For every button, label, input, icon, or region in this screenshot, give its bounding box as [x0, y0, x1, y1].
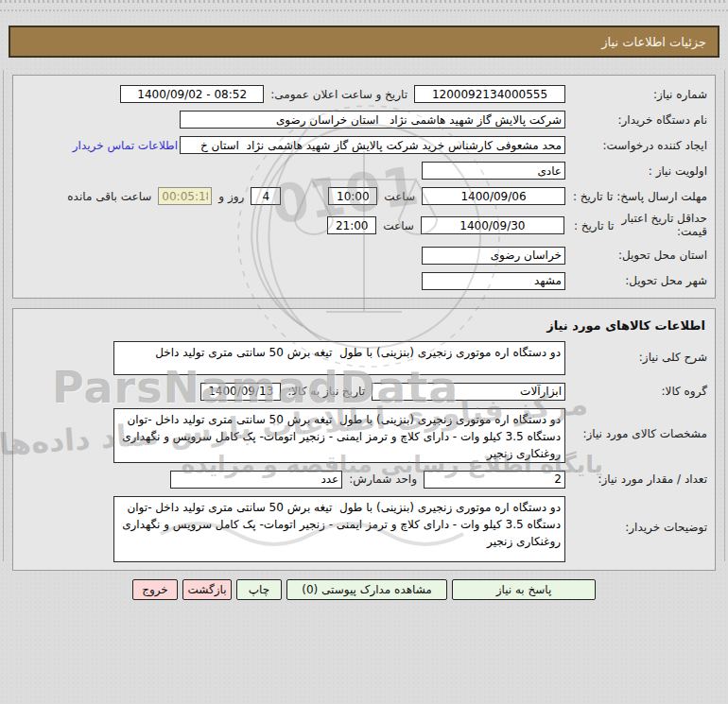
buyer-contact-link[interactable]: اطلاعات تماس خریدار	[73, 139, 178, 152]
delivery-city-label: شهر محل تحویل:	[565, 274, 707, 287]
need-desc-row: شرح کلی نیاز: دو دستگاه اره موتوری زنجیر…	[21, 341, 707, 375]
hours-remaining-label: ساعت باقی مانده	[61, 190, 158, 203]
requester-label: ایجاد کننده درخواست:	[565, 139, 707, 152]
need-desc-label: شرح کلی نیاز:	[565, 341, 707, 364]
need-desc-textarea[interactable]: دو دستگاه اره موتوری زنجیری (بنزینی) با …	[113, 341, 565, 375]
price-validity-label-line2: قیمت:	[621, 226, 707, 239]
page-title-text: جزئیات اطلاعات نیاز	[601, 35, 706, 49]
goods-info-panel: اطلاعات کالاهای مورد نیاز شرح کلی نیاز: …	[12, 308, 716, 571]
requester-input[interactable]	[180, 136, 565, 154]
price-validity-label-line1: حداقل تاریخ اعتبار	[621, 213, 707, 226]
reply-to-need-button[interactable]: پاسخ به نیاز	[452, 579, 596, 600]
goods-group-row: گروه کالا: تاریخ نیاز به کالا:	[21, 383, 707, 401]
need-number-label: شماره نیاز:	[565, 88, 707, 101]
reply-deadline-hour-label: ساعت	[377, 190, 422, 203]
unit-label: واحد شمارش:	[342, 472, 424, 486]
goods-need-date-label: تاریخ نیاز به کالا:	[281, 385, 372, 398]
goods-group-input[interactable]	[372, 383, 565, 401]
delivery-city-input[interactable]	[422, 272, 565, 290]
announce-datetime-label: تاریخ و ساعت اعلان عمومی:	[264, 88, 414, 101]
priority-label: اولویت نیاز :	[565, 164, 707, 178]
need-info-panel: شماره نیاز: تاریخ و ساعت اعلان عمومی: نا…	[12, 75, 716, 299]
top-dotted-line	[0, 9, 728, 11]
goods-group-label: گروه کالا:	[565, 385, 707, 398]
buyer-org-row: نام دستگاه خریدار:	[21, 111, 707, 129]
quantity-row: تعداد / مقدار مورد نیاز: واحد شمارش:	[21, 471, 707, 489]
price-validity-label-stack: حداقل تاریخ اعتبار قیمت:	[621, 213, 707, 239]
days-remaining-input[interactable]	[251, 187, 281, 205]
top-dotted-texture	[0, 0, 728, 3]
price-validity-hour-label: ساعت	[376, 219, 421, 232]
view-attachments-button[interactable]: مشاهده مدارک پیوستی (0)	[286, 579, 447, 600]
delivery-city-row: شهر محل تحویل:	[21, 272, 707, 290]
price-validity-date-input[interactable]	[421, 216, 564, 234]
buyer-notes-textarea[interactable]: دو دستگاه اره موتوری زنجیری (بنزینی) با …	[113, 496, 565, 562]
price-validity-until-label: تا تاریخ :	[564, 219, 622, 232]
priority-input[interactable]	[422, 162, 565, 180]
need-number-row: شماره نیاز: تاریخ و ساعت اعلان عمومی:	[21, 85, 707, 103]
specs-label: مشخصات کالای مورد نیاز:	[565, 408, 707, 440]
delivery-province-input[interactable]	[422, 247, 565, 265]
goods-section-header: اطلاعات کالاهای مورد نیاز	[23, 318, 705, 333]
buyer-org-input[interactable]	[180, 111, 565, 129]
reply-deadline-label: مهلت ارسال پاسخ: تا تاریخ :	[565, 190, 707, 203]
buyer-org-label: نام دستگاه خریدار:	[565, 113, 707, 127]
delivery-province-label: استان محل تحویل:	[565, 249, 707, 262]
price-validity-time-input[interactable]	[327, 216, 376, 234]
quantity-input[interactable]	[424, 471, 565, 489]
announce-datetime-input[interactable]	[120, 85, 264, 103]
reply-deadline-row: مهلت ارسال پاسخ: تا تاریخ : ساعت روز و س…	[21, 187, 707, 205]
page-title: جزئیات اطلاعات نیاز	[9, 26, 719, 58]
reply-deadline-time-input[interactable]	[328, 187, 377, 205]
buyer-notes-label: توضیحات خریدار:	[565, 496, 707, 534]
reply-deadline-date-input[interactable]	[422, 187, 565, 205]
countdown-input	[158, 187, 212, 205]
need-number-input[interactable]	[414, 85, 565, 103]
price-validity-row: حداقل تاریخ اعتبار قیمت: تا تاریخ : ساعت	[21, 213, 707, 239]
price-validity-label: حداقل تاریخ اعتبار قیمت: تا تاریخ :	[564, 213, 707, 239]
priority-row: اولویت نیاز :	[21, 162, 707, 180]
requester-row: ایجاد کننده درخواست: اطلاعات تماس خریدار	[21, 136, 707, 154]
exit-button[interactable]: خروج	[132, 579, 178, 600]
need-details-page: { "page": { "title": "جزئیات اطلاعات نیا…	[0, 0, 728, 704]
back-button[interactable]: بازگشت	[182, 579, 232, 600]
goods-need-date-input[interactable]	[200, 383, 281, 401]
unit-input[interactable]	[170, 471, 342, 489]
days-remaining-label: روز و	[212, 190, 251, 203]
action-buttons: پاسخ به نیاز مشاهده مدارک پیوستی (0) چاپ…	[0, 579, 728, 600]
buyer-notes-row: توضیحات خریدار: دو دستگاه اره موتوری زنج…	[21, 496, 707, 562]
specs-row: مشخصات کالای مورد نیاز: دو دستگاه اره مو…	[21, 408, 707, 463]
delivery-province-row: استان محل تحویل:	[21, 247, 707, 265]
specs-textarea[interactable]: دو دستگاه اره موتوری زنجیری (بنزینی) با …	[113, 408, 565, 463]
quantity-label: تعداد / مقدار مورد نیاز:	[565, 472, 707, 486]
print-button[interactable]: چاپ	[236, 579, 282, 600]
